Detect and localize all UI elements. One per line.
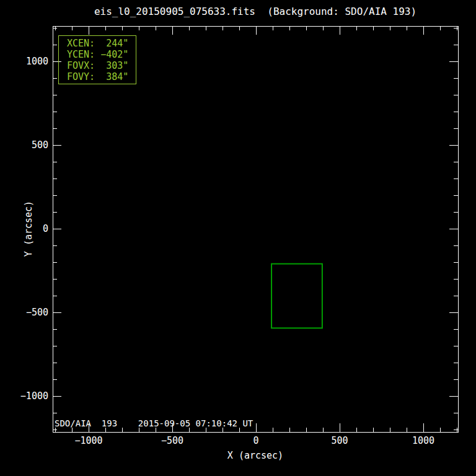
- fov-info-box: XCEN: 244" YCEN: −402" FOVX: 303" FOVY: …: [58, 35, 136, 84]
- info-line-fovy: FOVY: 384": [67, 71, 136, 82]
- background-map-timestamp-text: SDO/AIA 193 2015-09-05 07:10:42 UT: [55, 417, 315, 428]
- y-tick-label: 500: [0, 139, 48, 151]
- info-line-ycen: YCEN: −402": [67, 49, 136, 60]
- x-tick-label: 500: [312, 435, 368, 446]
- y-tick-label: 0: [0, 223, 48, 234]
- axes-frame: [53, 27, 459, 433]
- x-tick-label: 0: [228, 435, 284, 446]
- x-tick-label: −500: [144, 435, 200, 446]
- info-line-fovx: FOVX: 303": [67, 60, 136, 71]
- eis-fov-rectangle: [271, 264, 322, 328]
- background-map-timestamp: SDO/AIA 193 2015-09-05 07:10:42 UT: [55, 417, 315, 428]
- info-line-xcen: XCEN: 244": [67, 38, 136, 49]
- x-tick-label: −1000: [61, 435, 117, 446]
- x-tick-label: 1000: [395, 435, 451, 446]
- x-axis-label: X (arcsec): [53, 450, 458, 461]
- axis-ticks: [53, 26, 458, 432]
- y-tick-label: −1000: [0, 390, 48, 402]
- eis-fov-plot-window: eis_l0_20150905_075633.fits (Background:…: [0, 0, 476, 476]
- y-tick-label: 1000: [0, 56, 48, 67]
- y-tick-label: −500: [0, 307, 48, 318]
